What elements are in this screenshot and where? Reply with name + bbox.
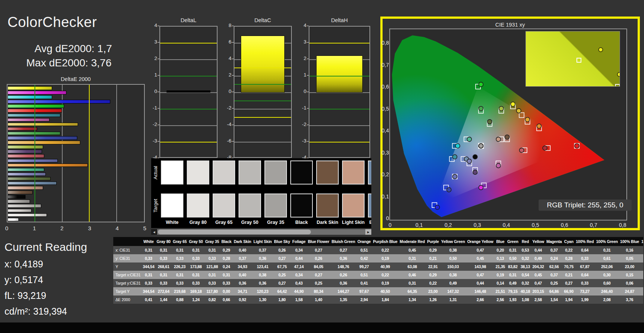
table-cell: 0,47 <box>466 246 495 254</box>
row-label: Target y:CIE31 <box>113 279 142 287</box>
table-cell: 0,22 <box>563 246 575 254</box>
cie-measured-100-blue <box>435 205 440 210</box>
table-row: x: CIE310,310,310,310,310,310,290,400,37… <box>113 246 643 254</box>
scroll-left-icon[interactable]: ◄ <box>151 229 157 235</box>
table-cell: 0,44 <box>291 254 306 262</box>
deltae-bar-row <box>8 145 144 149</box>
table-cell: 64,86 <box>545 287 563 296</box>
table-cell: 73,27 <box>575 287 595 296</box>
deltae-bar-yellow <box>8 123 78 126</box>
table-cell: 0,24 <box>220 262 233 271</box>
column-header-white: White <box>142 237 156 246</box>
swatch-scrollbar[interactable]: ◄ ► <box>151 229 371 235</box>
table-cell: 0,43 <box>291 279 306 287</box>
swatch-label-gray-65: Gray 65 <box>210 220 237 225</box>
deltal-tick-4: 4 <box>148 22 157 28</box>
deltae-bar-row <box>8 131 144 136</box>
table-cell: 0,37 <box>545 246 563 254</box>
deltae-bar-gray-35 <box>8 200 30 203</box>
deltac-tickmark <box>232 124 234 125</box>
swatch-actual-gray-80 <box>187 160 209 184</box>
table-cell: 0,19 <box>372 254 399 262</box>
inset-measured-marker <box>598 47 603 52</box>
deltal-tick--3: -3 <box>148 138 157 144</box>
table-cell: 64,42 <box>273 287 291 296</box>
row-label: Target Y <box>113 287 142 296</box>
deltal-tick-2: 2 <box>148 56 157 61</box>
deltae-bar-purplish-blue <box>8 159 58 163</box>
deltac-threshold-1 <box>234 84 291 85</box>
swatch-actual-gray-50 <box>239 160 261 184</box>
deltal-tick-0: 0 <box>148 88 157 94</box>
deltae-bar-100-yellow <box>8 86 52 90</box>
current-reading-y: y: 0,5174 <box>5 274 43 285</box>
deltae-x-tick-4: 4 <box>112 225 122 231</box>
deltae-bar-row <box>8 186 144 190</box>
deltae2000-bar-chart <box>7 84 145 222</box>
row-label: ΔE 2000 <box>113 296 142 304</box>
cie-y-tick-0,5: 0,5 <box>381 106 389 112</box>
cie-y-tick-0,2: 0,2 <box>381 171 389 177</box>
table-cell: 1,24 <box>188 296 204 304</box>
column-header-gray-65: Gray 65 <box>172 237 188 246</box>
deltae-bar-red <box>8 127 37 131</box>
table-cell: 0,33 <box>575 254 595 262</box>
table-cell: 0,49 <box>440 279 466 287</box>
table-cell: 0,38 <box>440 246 466 254</box>
cie-measured-blue-flower <box>467 159 471 164</box>
deltac-gridline <box>234 142 291 142</box>
table-cell: 173,88 <box>188 262 204 271</box>
swatch-actual-blue-sky <box>368 160 371 184</box>
table-cell: 0,32 <box>519 279 531 287</box>
scroll-right-icon[interactable]: ► <box>365 229 371 235</box>
column-header-100-red: 100% Red <box>575 237 595 246</box>
table-cell: 0,31 <box>188 271 204 279</box>
deltae-bar-100-green <box>8 104 64 108</box>
table-cell: 0,47 <box>531 279 545 287</box>
table-cell: 47,14 <box>291 262 306 271</box>
table-cell: 1,44 <box>156 296 172 304</box>
deltae-bar-row <box>8 136 144 140</box>
table-cell: 146,48 <box>466 287 495 296</box>
swatch-label-dark-skin: Dark Skin <box>314 220 341 225</box>
deltah-tickmark <box>307 124 309 125</box>
deltah-tick-3: 3 <box>297 39 306 45</box>
table-cell: 0,44 <box>466 279 495 287</box>
deltae-bar-row <box>8 204 144 208</box>
column-header-gray-35: Gray 35 <box>204 237 220 246</box>
table-cell: 0,50 <box>506 254 519 262</box>
deltac-tickmark <box>232 141 234 142</box>
table-cell: 0,31 <box>204 271 220 279</box>
swatch-actual-gray-35 <box>264 160 287 184</box>
deltae-bar-row <box>8 154 144 158</box>
column-header-100-green: 100% Green <box>595 237 619 246</box>
deltae-bar-row <box>8 218 144 222</box>
table-cell: 0,33 <box>188 279 204 287</box>
deltae-x-tick-0: 0 <box>2 225 12 231</box>
column-header-100-blue: 100% Blue <box>619 237 640 246</box>
row-label: y: CIE31 <box>113 254 142 262</box>
table-cell: 0,40 <box>233 246 252 254</box>
deltae-bar-row <box>8 199 144 204</box>
cie-y-tick-0,4: 0,4 <box>381 128 389 134</box>
cie-y-tick-0,7: 0,7 <box>381 62 389 68</box>
table-cell: 0,33 <box>188 254 204 262</box>
table-cell: 0,46 <box>399 271 426 279</box>
deltae-x-tick-2: 2 <box>57 225 67 231</box>
column-header-cyan: Cyan <box>563 237 575 246</box>
scrollbar-thumb[interactable] <box>158 230 311 234</box>
deltah-tickmark <box>307 58 309 59</box>
table-cell: 0,36 <box>330 279 356 287</box>
table-cell: 0,31 <box>595 246 619 254</box>
deltac-gridline <box>234 109 291 110</box>
table-corner-cell <box>113 237 142 246</box>
swatch-target-black <box>290 194 313 218</box>
table-cell: 0,22 <box>426 279 440 287</box>
swatch-row-label-actual: Actual <box>152 160 159 184</box>
cie-1931-panel: CIE 1931 xy <box>380 16 640 230</box>
deltah-tickmark <box>307 108 309 109</box>
column-header-purple: Purple <box>426 237 440 246</box>
deltal-tick-1: 1 <box>148 72 157 78</box>
deltah-gridline <box>309 125 369 126</box>
deltal-tickmark <box>158 26 159 26</box>
